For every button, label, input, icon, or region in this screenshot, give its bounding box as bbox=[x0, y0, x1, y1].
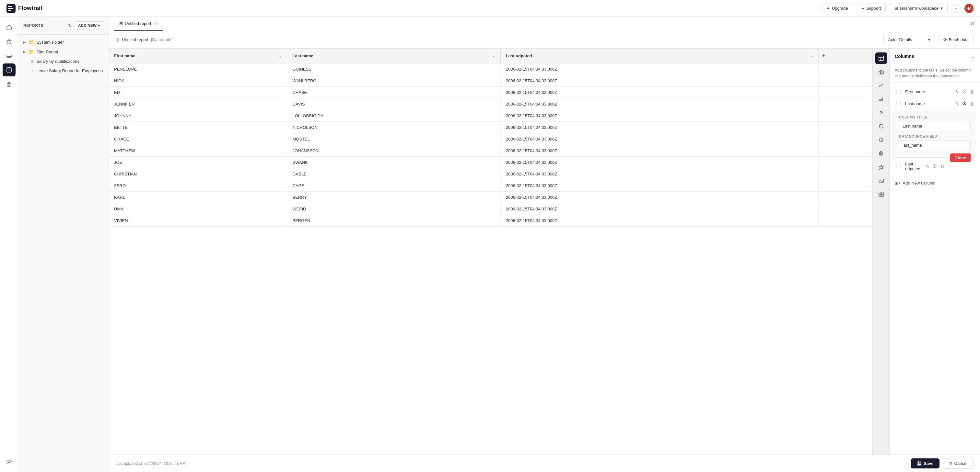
fetch-data-button[interactable]: ⟳ Fetch data bbox=[939, 35, 974, 44]
table-row: ZEROCAGE2006-02-15T04:34:33.000Z bbox=[109, 180, 872, 192]
chevron-down-icon: ▾ bbox=[928, 37, 931, 42]
main-layout: REPORTS ↻ ADD NEW ▾ ▶ 📁 System Folder ▶ … bbox=[0, 17, 980, 472]
table-row: JOESWANK2006-02-15T04:34:33.000Z bbox=[109, 157, 872, 168]
tab-close-button[interactable]: ✕ bbox=[154, 21, 158, 26]
toolbar-right: Actor Details ▾ ⟳ Fetch data bbox=[883, 35, 974, 44]
sidebar-item-data[interactable] bbox=[3, 49, 16, 62]
toggle-column-button[interactable] bbox=[961, 89, 967, 95]
save-button[interactable]: 💾 Save bbox=[911, 458, 939, 469]
workspace-button[interactable]: ⊞ Hashim's workspace ▾ bbox=[889, 3, 948, 13]
tree-item-leave-salary[interactable]: ⊞ Leave Salary Report for Employees bbox=[18, 66, 108, 75]
table-row: GRACEMOSTEL2006-02-15T04:34:33.000Z bbox=[109, 133, 872, 145]
upgrade-button[interactable]: ✦ Upgrade bbox=[821, 3, 853, 13]
svg-rect-9 bbox=[879, 71, 880, 74]
refresh-button[interactable]: ↻ bbox=[68, 23, 72, 28]
column-header-last-updated[interactable]: Last udpated ⌄ bbox=[500, 49, 818, 63]
delete-column-button[interactable]: 🗑 bbox=[969, 89, 975, 95]
column-edit-form: Column title Datasource field last_name … bbox=[894, 111, 976, 158]
close-edit-button[interactable]: Close bbox=[950, 154, 970, 162]
cancel-button[interactable]: ✕ Cancel bbox=[943, 458, 974, 469]
sidebar-item-robot[interactable] bbox=[3, 78, 16, 91]
add-workspace-button[interactable]: + bbox=[951, 4, 961, 13]
report-type: [Data table] bbox=[151, 37, 173, 42]
save-icon: 💾 bbox=[916, 461, 922, 466]
svg-point-7 bbox=[8, 461, 10, 462]
icon-sidebar bbox=[0, 17, 18, 472]
table-row: EDCHASE2006-02-15T04:34:33.000Z bbox=[109, 87, 872, 98]
viz-pie-button[interactable] bbox=[875, 134, 887, 146]
content-area: ⊞ Untitled report ✕ ✕ ⊞ Untitled report … bbox=[109, 17, 980, 472]
toggle-column-visible-button[interactable] bbox=[961, 100, 967, 107]
svg-point-4 bbox=[8, 82, 10, 83]
columns-close-button[interactable]: ⌄ bbox=[970, 53, 975, 59]
add-icon: ⊞+ bbox=[895, 181, 901, 185]
sort-icon: ⌄ bbox=[492, 54, 495, 58]
report-icon: ⊞ bbox=[30, 59, 34, 64]
svg-rect-8 bbox=[879, 56, 883, 60]
tree-item-salary-qualifications[interactable]: ⊞ Salary by qualifications bbox=[18, 57, 108, 66]
datasource-field-select[interactable]: last_name first_name last_update bbox=[899, 140, 970, 150]
svg-point-6 bbox=[10, 84, 10, 85]
viz-bar-chart-button[interactable] bbox=[875, 66, 887, 78]
sidebar-item-settings[interactable] bbox=[3, 455, 16, 468]
viz-table-button[interactable] bbox=[875, 52, 887, 64]
table-row: BETTENICHOLSON2006-02-15T04:34:33.000Z bbox=[109, 122, 872, 133]
chevron-right-icon: ▶ bbox=[23, 50, 26, 54]
drag-icon: ⋮⋮ bbox=[895, 101, 902, 106]
avatar: HA bbox=[964, 4, 974, 13]
sidebar-item-pin[interactable] bbox=[3, 35, 16, 48]
svg-point-26 bbox=[934, 165, 935, 167]
folder-icon: 📁 bbox=[29, 40, 34, 45]
sort-icon: ⌄ bbox=[810, 54, 813, 58]
column-item-last-name: ⋮⋮ Last name ✎ 🗑 bbox=[889, 98, 980, 110]
viz-refresh-button[interactable] bbox=[875, 120, 887, 132]
tree-item-film-rental[interactable]: ▶ 📁 Film Rental bbox=[18, 47, 108, 57]
svg-point-13 bbox=[880, 112, 881, 113]
panel-close-button[interactable]: ✕ bbox=[970, 21, 975, 27]
support-button[interactable]: ● Support bbox=[857, 3, 886, 13]
reports-actions: ↻ ADD NEW ▾ bbox=[68, 21, 103, 30]
add-column-button[interactable]: + bbox=[818, 49, 872, 63]
column-header-last-name[interactable]: Last name ⌄ bbox=[287, 49, 500, 63]
svg-marker-16 bbox=[879, 165, 883, 169]
upgrade-icon: ✦ bbox=[826, 6, 830, 11]
viz-area-chart-button[interactable] bbox=[875, 93, 887, 105]
viz-line-chart-button[interactable] bbox=[875, 80, 887, 91]
add-new-column-button[interactable]: ⊞+ Add New Column bbox=[889, 177, 980, 189]
column-title-input[interactable] bbox=[899, 121, 970, 131]
toggle-column-button[interactable] bbox=[932, 163, 937, 170]
svg-rect-21 bbox=[881, 195, 883, 196]
delete-column-button[interactable]: 🗑 bbox=[969, 101, 975, 107]
table-row: PENELOPEGUINESS2006-02-15T04:34:33.000Z bbox=[109, 63, 872, 75]
tab-untitled-report[interactable]: ⊞ Untitled report ✕ bbox=[114, 17, 163, 31]
support-icon: ● bbox=[862, 6, 864, 11]
edit-column-button[interactable]: ✎ bbox=[955, 89, 959, 95]
app-logo: Flowtrail bbox=[6, 4, 42, 13]
datasource-field-label: Datasource field bbox=[899, 135, 970, 138]
report-icon: ⊞ bbox=[30, 69, 34, 73]
delete-column-button[interactable]: 🗑 bbox=[940, 163, 945, 169]
drag-icon: ⋮⋮ bbox=[895, 164, 902, 169]
reports-tree: ▶ 📁 System Folder ▶ 📁 Film Rental ⊞ Sala… bbox=[18, 35, 108, 472]
sidebar-item-reports[interactable] bbox=[3, 63, 16, 76]
toolbar-left: ⊞ Untitled report [Data table] bbox=[115, 37, 172, 43]
viz-grid-button[interactable] bbox=[875, 188, 887, 200]
tree-item-system-folder[interactable]: ▶ 📁 System Folder bbox=[18, 37, 108, 47]
data-table-wrapper: First name ⌄ Last name ⌄ bbox=[109, 49, 872, 455]
column-header-first-name[interactable]: First name ⌄ bbox=[109, 49, 287, 63]
column-item-first-name: ⋮⋮ First name ✎ 🗑 bbox=[889, 86, 980, 98]
viz-scatter-button[interactable] bbox=[875, 107, 887, 119]
bottom-actions: 💾 Save ✕ Cancel bbox=[911, 458, 974, 469]
add-new-button[interactable]: ADD NEW ▾ bbox=[75, 21, 103, 30]
viz-image-button[interactable] bbox=[875, 175, 887, 187]
viz-globe-button[interactable] bbox=[875, 147, 887, 159]
reports-sidebar: REPORTS ↻ ADD NEW ▾ ▶ 📁 System Folder ▶ … bbox=[18, 17, 109, 472]
datasource-select[interactable]: Actor Details ▾ bbox=[883, 35, 935, 44]
columns-title: Columns bbox=[895, 54, 914, 59]
drag-icon: ⋮⋮ bbox=[895, 90, 902, 94]
edit-column-button[interactable]: ✎ bbox=[925, 163, 930, 169]
column-list: ⋮⋮ First name ✎ 🗑 bbox=[889, 82, 980, 177]
sidebar-item-home[interactable] bbox=[3, 21, 16, 34]
edit-column-button[interactable]: ✎ bbox=[955, 101, 959, 107]
viz-star-button[interactable] bbox=[875, 161, 887, 173]
